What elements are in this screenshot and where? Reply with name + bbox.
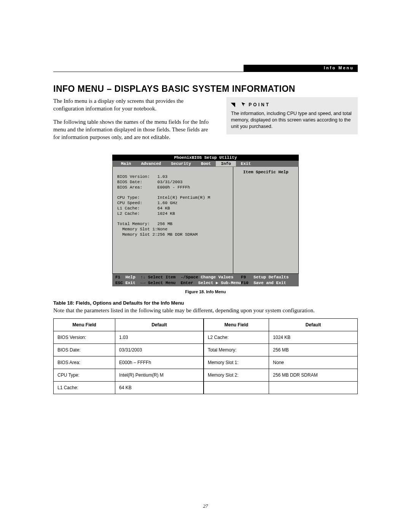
table-row: BIOS Area:E000h – FFFFhMemory Slot 1:Non… (54, 356, 358, 369)
bios-main-panel: BIOS Version: 1.03 BIOS Date: 03/31/2003… (113, 167, 233, 273)
table-cell: 256 MB (269, 343, 358, 356)
bios-tab-info: Info (216, 161, 236, 166)
table-row: L1 Cache:64 KB (54, 381, 358, 394)
table-cell: None (269, 356, 358, 369)
table-header: Default (269, 318, 358, 331)
intro-paragraph-1: The Info menu is a display only screens … (53, 97, 215, 113)
table-cell: 03/31/2003 (115, 343, 204, 356)
table-cell (269, 381, 358, 394)
table-cell: 64 KB (115, 381, 204, 394)
table-cell: Total Memory: (204, 343, 269, 356)
page-number: 27 (0, 503, 411, 509)
table-header: Menu Field (204, 318, 269, 331)
table-cell: L2 Cache: (204, 331, 269, 343)
table-cell: Intel(R) Pentium(R) M (115, 369, 204, 381)
table-row: BIOS Version:1.03L2 Cache:1024 KB (54, 331, 358, 343)
bios-footer: F1 Help ↑↓ Select Item -/Space Change Va… (112, 274, 299, 286)
table-cell: 256 MB DDR SDRAM (269, 369, 358, 381)
page-title: INFO MENU – DISPLAYS BASIC SYSTEM INFORM… (53, 84, 358, 94)
bios-tab-security: Security (166, 161, 196, 166)
point-body: The information, including CPU type and … (231, 110, 353, 130)
bios-tab-exit: Exit (236, 161, 256, 166)
section-header-bar: Info Menu (244, 65, 358, 72)
table-cell: 1024 KB (269, 331, 358, 343)
table-cell: L1 Cache: (54, 381, 115, 394)
info-fields-table: Menu FieldDefaultMenu FieldDefault BIOS … (53, 318, 358, 394)
table-cell (204, 381, 269, 394)
bios-title: PhoenixBIOS Setup Utility (112, 155, 299, 161)
intro-paragraph-2: The following table shows the names of t… (53, 118, 215, 141)
point-callout: POINT The information, including CPU typ… (226, 97, 358, 134)
bios-tab-main: Main (116, 161, 136, 166)
table-cell: BIOS Version: (54, 331, 115, 343)
table-row: CPU Type:Intel(R) Pentium(R) MMemory Slo… (54, 369, 358, 381)
table-cell: BIOS Date: (54, 343, 115, 356)
table-note: Note that the parameters listed in the f… (53, 307, 358, 314)
table-row: BIOS Date:03/31/2003Total Memory:256 MB (54, 343, 358, 356)
point-label: POINT (249, 102, 270, 107)
table-cell: Memory Slot 1: (204, 356, 269, 369)
point-icon (241, 102, 246, 107)
bios-tab-advanced: Advanced (136, 161, 166, 166)
bios-screenshot: PhoenixBIOS Setup Utility MainAdvancedSe… (112, 155, 299, 286)
table-cell: CPU Type: (54, 369, 115, 381)
table-title: Table 18: Fields, Options and Defaults f… (53, 300, 358, 306)
bios-help-panel: Item Specific Help (233, 167, 298, 273)
bios-tabs: MainAdvancedSecurityBootInfoExit (112, 161, 299, 167)
table-cell: BIOS Area: (54, 356, 115, 369)
bios-tab-boot: Boot (196, 161, 216, 166)
figure-caption: Figure 18. Info Menu (53, 289, 358, 294)
table-header: Menu Field (54, 318, 115, 331)
table-header: Default (115, 318, 204, 331)
horizontal-rule (53, 72, 358, 72)
table-cell: 1.03 (115, 331, 204, 343)
table-cell: E000h – FFFFh (115, 356, 204, 369)
table-cell: Memory Slot 2: (204, 369, 269, 381)
